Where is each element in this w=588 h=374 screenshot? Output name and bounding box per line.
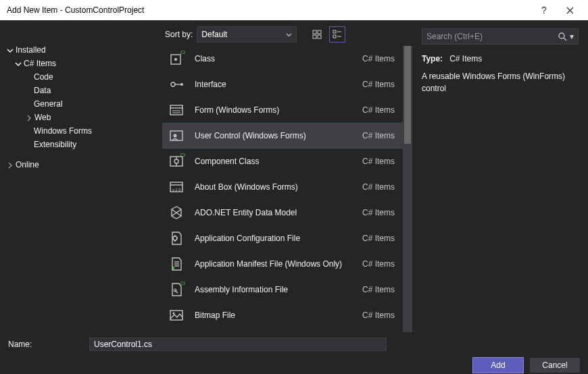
- search-input[interactable]: Search (Ctrl+E) ▾: [422, 28, 579, 45]
- category-tree: Installed C# Items Code Data General Web…: [0, 20, 162, 332]
- svg-point-40: [559, 33, 564, 38]
- tree-label: C# Items: [24, 59, 56, 68]
- svg-point-13: [180, 83, 183, 86]
- svg-rect-1: [318, 30, 321, 34]
- tree-item-general[interactable]: General: [5, 97, 157, 111]
- svg-point-11: [171, 82, 175, 86]
- svg-rect-2: [313, 35, 316, 38]
- template-row[interactable]: C#Assembly Information FileC# Items: [162, 277, 403, 302]
- template-category: C# Items: [362, 234, 395, 243]
- bitmap-icon: [168, 306, 185, 324]
- template-row[interactable]: Bitmap FileC# Items: [162, 302, 403, 328]
- template-label: About Box (Windows Forms): [195, 182, 353, 192]
- template-panel: Sort by: Default C#ClassC# ItemsInterfac…: [162, 20, 412, 332]
- about-icon: v.1.0: [168, 178, 185, 196]
- add-label: Add: [491, 360, 505, 370]
- template-row[interactable]: ADO.NET Entity Data ModelC# Items: [162, 200, 403, 225]
- template-row[interactable]: C#ClassC# Items: [162, 46, 403, 72]
- cancel-label: Cancel: [542, 360, 567, 370]
- tree-label: Online: [16, 160, 39, 169]
- tree-item-data[interactable]: Data: [5, 84, 157, 97]
- template-category: C# Items: [362, 285, 395, 294]
- template-category: C# Items: [362, 131, 395, 140]
- class-icon: C#: [168, 50, 185, 68]
- template-label: Assembly Information File: [195, 285, 353, 294]
- sort-label: Sort by:: [165, 30, 193, 39]
- sort-select[interactable]: Default: [197, 26, 297, 43]
- template-label: Interface: [195, 80, 353, 89]
- template-category: C# Items: [362, 208, 395, 217]
- scrollbar[interactable]: [403, 46, 412, 332]
- template-category: C# Items: [362, 311, 395, 320]
- template-category: C# Items: [362, 157, 395, 166]
- svg-text:C#: C#: [180, 281, 185, 286]
- tree-item-online[interactable]: Online: [5, 158, 157, 171]
- template-row[interactable]: InterfaceC# Items: [162, 72, 403, 97]
- template-label: Component Class: [195, 157, 353, 166]
- tree-label: Installed: [16, 45, 46, 55]
- sort-toolbar: Sort by: Default: [162, 26, 412, 43]
- svg-line-41: [564, 38, 566, 41]
- assembly-icon: C#: [168, 281, 185, 298]
- svg-point-9: [174, 58, 177, 61]
- tree-label: Data: [34, 86, 51, 95]
- name-label: Name:: [8, 340, 81, 349]
- template-row[interactable]: Application Manifest File (Windows Only)…: [162, 251, 403, 277]
- template-label: Form (Windows Forms): [195, 105, 353, 115]
- template-label: Bitmap File: [195, 311, 353, 320]
- sort-value: Default: [201, 30, 227, 39]
- template-category: C# Items: [362, 182, 395, 192]
- template-category: C# Items: [362, 80, 395, 89]
- template-row[interactable]: Application Configuration FileC# Items: [162, 225, 403, 251]
- svg-rect-14: [170, 105, 182, 115]
- svg-text:v.1.0: v.1.0: [172, 188, 181, 192]
- chevron-down-icon: [286, 32, 292, 38]
- scrollbar-thumb[interactable]: [404, 46, 411, 144]
- tree-item-installed[interactable]: Installed: [5, 43, 157, 57]
- info-type-line: Type: C# Items: [422, 54, 579, 63]
- svg-point-21: [174, 159, 178, 163]
- template-row[interactable]: v.1.0About Box (Windows Forms)C# Items: [162, 174, 403, 200]
- template-label: ADO.NET Entity Data Model: [195, 208, 353, 217]
- close-button[interactable]: [557, 0, 583, 20]
- template-list[interactable]: C#ClassC# ItemsInterfaceC# ItemsForm (Wi…: [162, 46, 403, 332]
- search-placeholder: Search (Ctrl+E): [426, 32, 558, 41]
- svg-text:C#: C#: [180, 153, 185, 157]
- add-button[interactable]: Add: [473, 358, 523, 373]
- help-button[interactable]: ?: [531, 0, 557, 20]
- search-icon: [558, 32, 567, 41]
- tree-label: General: [34, 99, 63, 109]
- ado-icon: [168, 204, 185, 221]
- template-label: Application Manifest File (Windows Only): [195, 259, 353, 269]
- template-row[interactable]: User Control (Windows Forms)C# Items: [162, 123, 403, 149]
- titlebar: Add New Item - CustomControlProject ?: [0, 0, 588, 20]
- template-row[interactable]: Form (Windows Forms)C# Items: [162, 97, 403, 123]
- svg-rect-3: [318, 35, 321, 38]
- cancel-button[interactable]: Cancel: [530, 358, 580, 373]
- footer: Name: Add Cancel: [0, 332, 588, 374]
- chevron-down-icon: [15, 60, 22, 67]
- tree-item-web[interactable]: Web: [5, 111, 157, 124]
- interface-icon: [168, 76, 185, 93]
- tree-item-csitems[interactable]: C# Items: [5, 57, 157, 70]
- template-category: C# Items: [362, 54, 395, 63]
- template-label: Application Configuration File: [195, 234, 353, 243]
- tree-item-winforms[interactable]: Windows Forms: [5, 124, 157, 138]
- search-split-icon: ▾: [570, 32, 574, 41]
- tree-item-extensibility[interactable]: Extensibility: [5, 138, 157, 151]
- template-row[interactable]: C#Component ClassC# Items: [162, 149, 403, 174]
- svg-rect-6: [333, 35, 336, 38]
- chevron-right-icon: [7, 161, 14, 168]
- usercontrol-icon: [168, 127, 185, 144]
- view-small-icons-button[interactable]: [309, 26, 325, 43]
- svg-rect-0: [313, 30, 316, 34]
- name-input[interactable]: [89, 338, 387, 351]
- config-icon: [168, 230, 185, 247]
- tree-item-code[interactable]: Code: [5, 70, 157, 84]
- template-label: User Control (Windows Forms): [195, 131, 353, 140]
- template-label: Class: [195, 54, 353, 63]
- chevron-down-icon: [7, 47, 14, 53]
- tree-label: Code: [34, 72, 53, 82]
- view-list-button[interactable]: [329, 26, 345, 43]
- list-icon: [333, 30, 342, 39]
